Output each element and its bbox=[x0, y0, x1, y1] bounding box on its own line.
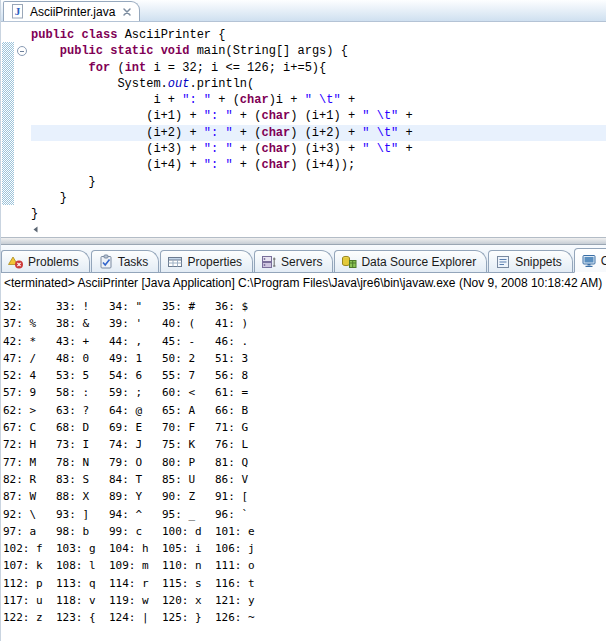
view-tab-console[interactable]: Console bbox=[574, 248, 606, 273]
vertical-ruler bbox=[2, 22, 14, 237]
servers-icon bbox=[261, 254, 277, 270]
view-tab-servers[interactable]: Servers bbox=[254, 250, 333, 272]
view-tab-label: Properties bbox=[187, 255, 242, 269]
view-tab-tasks[interactable]: Tasks bbox=[91, 250, 160, 272]
editor-tab-bar: J AsciiPrinter.java bbox=[1, 0, 606, 22]
code-line[interactable]: } bbox=[31, 206, 606, 222]
view-tab-label: Tasks bbox=[118, 255, 149, 269]
view-tab-bar: ProblemsTasksPropertiesServersData Sourc… bbox=[1, 245, 606, 273]
console-view: <terminated> AsciiPrinter [Java Applicat… bbox=[1, 273, 606, 641]
splitter[interactable] bbox=[1, 237, 606, 245]
java-file-icon: J bbox=[9, 4, 25, 20]
code-line[interactable]: public class AsciiPrinter { bbox=[31, 27, 606, 43]
editor-horizontal-scrollbar[interactable] bbox=[31, 223, 606, 235]
console-process-label: <terminated> AsciiPrinter [Java Applicat… bbox=[1, 273, 606, 296]
view-tab-label: Problems bbox=[28, 255, 79, 269]
view-tab-problems[interactable]: Problems bbox=[1, 250, 90, 272]
method-range-indicator bbox=[2, 42, 14, 205]
view-tab-label: Console bbox=[601, 254, 606, 268]
code-line[interactable]: } bbox=[31, 190, 606, 206]
tasks-icon bbox=[98, 254, 114, 270]
code-line-current[interactable]: (i+2) + ": " + (char) (i+2) + " \t" + bbox=[31, 125, 606, 141]
code-line[interactable]: (i+4) + ": " + (char) (i+4)); bbox=[31, 157, 606, 173]
editor-tab-title: AsciiPrinter.java bbox=[30, 5, 115, 19]
collapse-icon[interactable] bbox=[17, 46, 27, 56]
console-icon bbox=[581, 253, 597, 269]
code-line[interactable]: } bbox=[31, 174, 606, 190]
properties-icon bbox=[167, 254, 183, 270]
view-tab-label: Servers bbox=[281, 255, 322, 269]
svg-text:J: J bbox=[14, 5, 20, 17]
code-area[interactable]: public class AsciiPrinter { public stati… bbox=[31, 22, 606, 223]
console-output[interactable]: 32: 33: ! 34: " 35: # 36: $ 37: % 38: & … bbox=[1, 296, 606, 641]
snippets-icon bbox=[495, 254, 511, 270]
data-source-explorer-icon bbox=[341, 254, 357, 270]
view-tab-data-source-explorer[interactable]: Data Source Explorer bbox=[334, 250, 487, 272]
editor-tab-asciiprinter[interactable]: J AsciiPrinter.java bbox=[3, 1, 140, 21]
scroll-left-icon bbox=[31, 225, 40, 234]
code-line[interactable]: System.out.println( bbox=[31, 76, 606, 92]
view-tab-snippets[interactable]: Snippets bbox=[488, 250, 573, 272]
folding-column bbox=[14, 22, 31, 237]
problems-icon bbox=[8, 254, 24, 270]
code-line[interactable]: i + ": " + (char)i + " \t" + bbox=[31, 92, 606, 108]
view-tab-label: Snippets bbox=[515, 255, 562, 269]
view-tab-label: Data Source Explorer bbox=[361, 255, 476, 269]
code-line[interactable]: for (int i = 32; i <= 126; i+=5){ bbox=[31, 60, 606, 76]
editor-tab-close-icon[interactable] bbox=[122, 7, 132, 17]
code-line[interactable]: public static void main(String[] args) { bbox=[31, 43, 606, 59]
code-line[interactable]: (i+3) + ": " + (char) (i+3) + " \t" + bbox=[31, 141, 606, 157]
code-editor: public class AsciiPrinter { public stati… bbox=[1, 22, 606, 237]
eclipse-window: J AsciiPrinter.java public class AsciiPr… bbox=[0, 0, 606, 641]
code-line[interactable]: (i+1) + ": " + (char) (i+1) + " \t" + bbox=[31, 108, 606, 124]
view-tab-properties[interactable]: Properties bbox=[160, 250, 253, 272]
